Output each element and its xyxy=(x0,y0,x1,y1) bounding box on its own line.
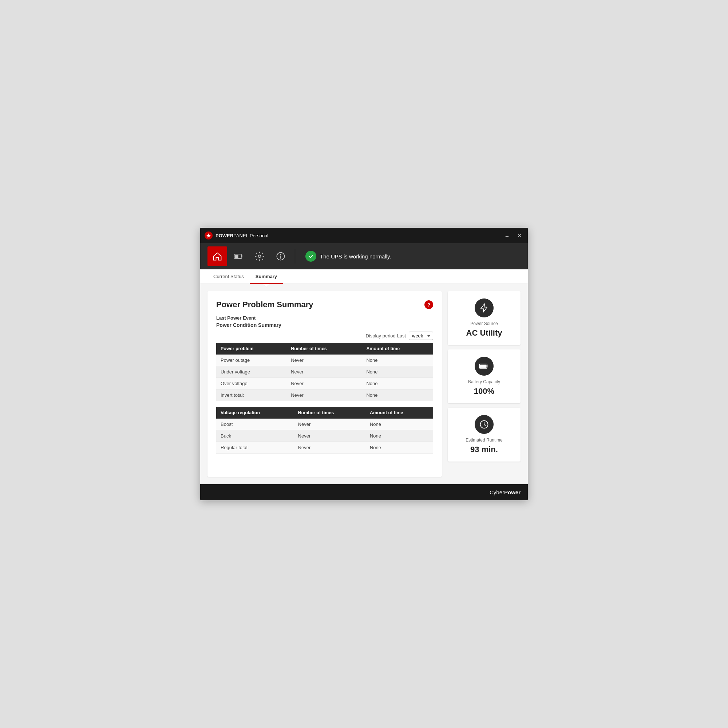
vr-header-2: Number of times xyxy=(294,407,366,419)
footer: CyberPower xyxy=(200,484,528,500)
battery-full-icon xyxy=(479,361,489,371)
estimated-runtime-value: 93 min. xyxy=(470,445,498,454)
tabs: Current Status Summary xyxy=(200,269,528,284)
tab-arrow xyxy=(263,284,269,287)
display-period-row: Display period Last week month year xyxy=(216,332,433,340)
svg-rect-6 xyxy=(480,365,486,368)
pp-header-2: Number of times xyxy=(286,343,362,355)
app-window: POWERPANEL Personal – ✕ xyxy=(200,228,528,500)
estimated-runtime-label: Estimated Runtime xyxy=(466,437,502,443)
footer-brand: CyberPower xyxy=(489,489,520,496)
settings-nav-button[interactable] xyxy=(250,246,269,266)
power-problems-table: Power problem Number of times Amount of … xyxy=(216,343,433,401)
svg-point-4 xyxy=(280,254,281,255)
table-row: Power outageNeverNone xyxy=(216,355,433,366)
table-row: BoostNeverNone xyxy=(216,419,433,430)
gear-icon xyxy=(254,251,265,262)
voltage-regulation-table: Voltage regulation Number of times Amoun… xyxy=(216,407,433,454)
info-nav-button[interactable] xyxy=(271,246,291,266)
pp-header-1: Power problem xyxy=(216,343,286,355)
power-condition-label: Power Condition Summary xyxy=(216,322,433,328)
sidebar: Power Source AC Utility Battery Capacity… xyxy=(448,291,520,477)
power-source-icon-bg xyxy=(475,298,494,317)
panel-title-row: Power Problem Summary ? xyxy=(216,300,433,309)
titlebar: POWERPANEL Personal – ✕ xyxy=(200,228,528,243)
svg-rect-1 xyxy=(235,255,238,258)
battery-capacity-icon-bg xyxy=(475,357,494,376)
bolt-icon xyxy=(479,303,489,313)
home-nav-button[interactable] xyxy=(208,246,227,266)
main-content: Power Problem Summary ? Last Power Event… xyxy=(200,284,528,484)
status-check-icon xyxy=(305,251,316,262)
display-period-label: Display period Last xyxy=(366,333,406,338)
table-row: Regular total:NeverNone xyxy=(216,442,433,454)
app-logo xyxy=(205,231,213,240)
content-panel: Power Problem Summary ? Last Power Event… xyxy=(208,291,442,477)
battery-capacity-card: Battery Capacity 100% xyxy=(448,349,520,403)
pp-header-3: Amount of time xyxy=(362,343,433,355)
battery-capacity-label: Battery Capacity xyxy=(468,379,500,384)
battery-nav-button[interactable] xyxy=(229,246,248,266)
status-text: The UPS is working normally. xyxy=(320,253,391,260)
display-period-select[interactable]: week month year xyxy=(409,332,433,340)
battery-nav-icon xyxy=(233,251,243,262)
table-row: Invert total:NeverNone xyxy=(216,390,433,401)
tab-summary[interactable]: Summary xyxy=(250,269,283,284)
svg-point-2 xyxy=(258,255,261,258)
vr-header-3: Amount of time xyxy=(366,407,433,419)
panel-title: Power Problem Summary xyxy=(216,300,314,309)
titlebar-controls: – ✕ xyxy=(504,231,523,240)
help-button[interactable]: ? xyxy=(424,300,433,309)
toolbar-separator xyxy=(295,249,295,263)
table-row: Under voltageNeverNone xyxy=(216,366,433,378)
clock-icon xyxy=(479,419,489,430)
last-power-event-label: Last Power Event xyxy=(216,315,433,321)
tabs-wrapper: Current Status Summary xyxy=(200,269,528,284)
table-row: BuckNeverNone xyxy=(216,430,433,442)
close-button[interactable]: ✕ xyxy=(516,231,523,240)
toolbar-status: The UPS is working normally. xyxy=(305,251,391,262)
power-source-card: Power Source AC Utility xyxy=(448,291,520,345)
table-row: Over voltageNeverNone xyxy=(216,378,433,390)
power-source-value: AC Utility xyxy=(466,328,502,338)
battery-capacity-value: 100% xyxy=(474,387,494,396)
minimize-button[interactable]: – xyxy=(504,231,510,240)
titlebar-title: POWERPANEL Personal xyxy=(216,233,504,239)
tab-current-status[interactable]: Current Status xyxy=(208,269,250,284)
estimated-runtime-icon-bg xyxy=(475,415,494,434)
toolbar: The UPS is working normally. xyxy=(200,243,528,269)
info-icon xyxy=(275,251,286,262)
estimated-runtime-card: Estimated Runtime 93 min. xyxy=(448,408,520,462)
vr-header-1: Voltage regulation xyxy=(216,407,294,419)
power-source-label: Power Source xyxy=(470,321,498,326)
home-icon xyxy=(212,251,222,262)
